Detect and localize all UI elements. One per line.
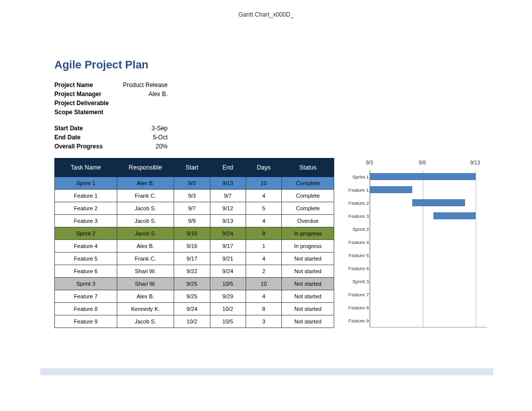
cell-end: 9/13 <box>210 177 246 190</box>
table-row: Feature 2Jacob S.9/79/125Complete <box>55 202 334 215</box>
gantt-row-label: Sprint 1 <box>344 170 369 183</box>
gantt-chart: 9/39/89/13 Sprint 1Feature 1Feature 2Fea… <box>343 158 487 328</box>
cell-days: 8 <box>246 227 282 240</box>
cell-start: 9/16 <box>174 240 210 253</box>
page-title: Agile Project Plan <box>54 58 492 71</box>
cell-start: 9/25 <box>174 290 210 303</box>
end-date-label: End Date <box>54 134 122 141</box>
cell-days: 1 <box>246 240 282 253</box>
col-start: Start <box>174 158 210 177</box>
project-manager-value: Alex B. <box>122 91 168 98</box>
cell-end: 10/2 <box>210 303 246 315</box>
cell-task: Feature 5 <box>55 253 117 265</box>
cell-responsible: Jacob S. <box>117 215 174 227</box>
cell-end: 9/24 <box>210 265 246 278</box>
cell-end: 9/29 <box>210 290 246 303</box>
cell-task: Sprint 2 <box>55 227 117 240</box>
gantt-tick-label: 9/3 <box>366 160 373 166</box>
col-end: End <box>210 158 246 177</box>
cell-end: 9/13 <box>210 215 246 227</box>
cell-end: 9/7 <box>210 190 246 202</box>
gantt-row-label: Feature 9 <box>344 314 369 327</box>
table-row: Feature 9Jacob S.10/210/53Not started <box>55 315 334 328</box>
project-manager-label: Project Manager <box>54 91 122 98</box>
table-header-row: Task Name Responsible Start End Days Sta… <box>55 158 334 177</box>
col-responsible: Responsible <box>117 158 174 177</box>
gantt-bar <box>370 173 476 180</box>
table-row: Sprint 2Jacob S.9/169/248In progress <box>55 227 334 240</box>
col-days: Days <box>246 158 282 177</box>
overall-progress-value: 20% <box>122 143 168 150</box>
cell-days: 10 <box>246 278 282 290</box>
cell-status: In progress <box>282 227 334 240</box>
gantt-bar <box>370 186 412 193</box>
gantt-gridline <box>370 170 370 327</box>
cell-start: 10/2 <box>174 315 210 328</box>
start-date-value: 3-Sep <box>122 125 168 132</box>
gantt-row-label: Feature 3 <box>344 209 369 222</box>
cell-days: 4 <box>246 190 282 202</box>
table-row: Sprint 1Alex B.9/39/1310Complete <box>55 177 334 190</box>
cell-responsible: Kennedy K. <box>117 303 174 315</box>
cell-days: 4 <box>246 253 282 265</box>
scope-statement-label: Scope Statement <box>54 109 122 116</box>
gantt-row-label: Feature 7 <box>344 288 369 301</box>
cell-responsible: Alex B. <box>117 240 174 253</box>
table-row: Feature 3Jacob S.9/99/134Overdue <box>55 215 334 227</box>
cell-status: In progress <box>282 240 334 253</box>
task-table: Task Name Responsible Start End Days Sta… <box>54 158 334 328</box>
cell-days: 10 <box>246 177 282 190</box>
table-row: Feature 6Shari W.9/229/242Not started <box>55 265 334 278</box>
project-deliverable-label: Project Deliverable <box>54 100 122 107</box>
cell-days: 8 <box>246 303 282 315</box>
cell-status: Not started <box>282 290 334 303</box>
cell-status: Complete <box>282 177 334 190</box>
cell-responsible: Alex B. <box>117 290 174 303</box>
cell-start: 9/24 <box>174 303 210 315</box>
document-header: Gantt Chart_x000D_ <box>0 11 532 18</box>
overall-progress-label: Overall Progress <box>54 143 122 150</box>
project-name-value: Product Release <box>122 81 168 89</box>
gantt-tick-label: 9/13 <box>470 160 480 166</box>
gantt-row-label: Feature 1 <box>344 183 369 196</box>
cell-task: Feature 2 <box>55 202 117 215</box>
cell-status: Not started <box>282 278 334 290</box>
table-row: Feature 8Kennedy K.9/2410/28Not started <box>55 303 334 315</box>
cell-start: 9/9 <box>174 215 210 227</box>
cell-days: 2 <box>246 265 282 278</box>
cell-days: 3 <box>246 315 282 328</box>
cell-task: Feature 8 <box>55 303 117 315</box>
cell-responsible: Jacob S. <box>117 315 174 328</box>
cell-status: Not started <box>282 315 334 328</box>
cell-start: 9/3 <box>174 177 210 190</box>
cell-task: Sprint 1 <box>55 177 117 190</box>
cell-start: 9/7 <box>174 202 210 215</box>
gantt-row-label: Feature 5 <box>344 249 369 262</box>
gantt-row-label: Feature 2 <box>344 196 369 209</box>
cell-task: Feature 6 <box>55 265 117 278</box>
gantt-gridline <box>476 170 476 327</box>
cell-start: 9/22 <box>174 265 210 278</box>
gantt-bar <box>433 212 476 219</box>
cell-end: 9/21 <box>210 253 246 265</box>
cell-days: 4 <box>246 290 282 303</box>
gantt-tick-label: 9/8 <box>419 160 426 166</box>
gantt-axis: 9/39/89/13 <box>343 158 487 170</box>
gantt-row-label: Feature 4 <box>344 235 369 249</box>
cell-responsible: Jacob S. <box>117 202 174 215</box>
table-row: Feature 1Frank C.9/39/74Complete <box>55 190 334 202</box>
end-date-value: 5-Oct <box>122 134 168 141</box>
cell-task: Feature 4 <box>55 240 117 253</box>
gantt-bar <box>412 199 465 206</box>
cell-task: Feature 1 <box>55 190 117 202</box>
cell-status: Not started <box>282 253 334 265</box>
cell-responsible: Alex B. <box>117 177 174 190</box>
cell-status: Not started <box>282 303 334 315</box>
content-area: Agile Project Plan Project Name Product … <box>54 58 492 328</box>
table-row: Feature 4Alex B.9/169/171In progress <box>55 240 334 253</box>
cell-status: Not started <box>282 265 334 278</box>
gantt-row-label: Sprint 3 <box>344 275 369 288</box>
cell-status: Overdue <box>282 215 334 227</box>
cell-task: Feature 3 <box>55 215 117 227</box>
footer-band <box>40 368 493 375</box>
